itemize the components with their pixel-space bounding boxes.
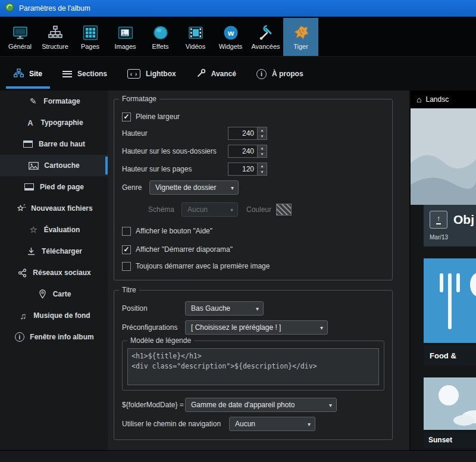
settings-sidebar: ✎ Formatage A Typographie Barre du haut … [0, 90, 108, 450]
preview-food-title: Food & [424, 345, 476, 366]
rating-star-icon: ☆ [28, 224, 39, 235]
spin-up-button[interactable]: ▲ [258, 163, 267, 170]
preview-folder-title: Obj [453, 213, 474, 227]
folder-mod-date-label: ${folderModDate} = [122, 401, 185, 409]
sidebar-item-telecharger[interactable]: Télécharger [0, 241, 108, 262]
tab-lightbox[interactable]: Lightbox [117, 57, 186, 90]
sidebar-item-barre-du-haut[interactable]: Barre du haut [0, 133, 108, 155]
lightbox-icon [127, 69, 140, 79]
preview-sunset-title: Sunset [424, 432, 476, 448]
toujours-demarrer-checkbox[interactable]: ✓ [122, 262, 131, 271]
toolbar-item-label: Structure [42, 43, 68, 50]
demarrer-diaporama-label: Afficher "Démarrer diaporama" [136, 245, 233, 254]
toolbar-item-widgets[interactable]: w Widgets [213, 18, 248, 56]
caret-down-icon: ▾ [230, 207, 233, 213]
toolbar-item-pages[interactable]: Pages [73, 18, 108, 56]
spin-down-button[interactable]: ▼ [258, 152, 267, 158]
hauteur-spinner[interactable]: 240 ▲ ▼ [228, 127, 267, 140]
toolbar-item-structure[interactable]: Structure [37, 18, 73, 56]
preview-tile-sunset[interactable]: Sunset [424, 377, 476, 448]
titlebar: Paramètres de l'album [0, 0, 476, 17]
sidebar-item-carte[interactable]: Carte [0, 283, 108, 305]
tab-avance[interactable]: Avancé [186, 57, 246, 90]
chemin-navigation-row: Utiliser le chemin de navigation Aucun ▾ [122, 417, 384, 431]
sections-list-icon [62, 71, 72, 77]
afficher-aide-checkbox[interactable]: ✓ [122, 227, 131, 236]
caret-down-icon: ▾ [308, 421, 311, 427]
toujours-demarrer-label: Toujours démarrer avec la première image [136, 262, 270, 270]
hauteur-label: Hauteur [122, 129, 228, 138]
spin-down-button[interactable]: ▼ [258, 170, 267, 176]
tab-site[interactable]: Site [4, 57, 52, 90]
genre-value: Vignette de dossier [155, 183, 217, 192]
folder-mod-date-row: ${folderModDate} = Gamme de date d'appar… [122, 398, 384, 412]
pleine-largeur-checkbox[interactable]: ✓ [122, 113, 131, 121]
toolbar-item-general[interactable]: Général [2, 18, 37, 56]
tab-label: Lightbox [146, 70, 176, 78]
sidebar-item-label: Carte [53, 290, 71, 298]
sidebar-item-reseaux-sociaux[interactable]: Réseaux sociaux [0, 262, 108, 283]
legende-textarea[interactable]: <h1>${title}</h1> <div class="descriptio… [127, 348, 379, 385]
sidebar-item-formatage[interactable]: ✎ Formatage [0, 90, 108, 112]
folder-mod-date-select[interactable]: Gamme de date d'appareil photo ▾ [185, 398, 337, 412]
chemin-navigation-select[interactable]: Aucun ▾ [229, 417, 315, 431]
share-icon [17, 269, 28, 277]
sidebar-item-pied-de-page[interactable]: Pied de page [0, 176, 108, 198]
sidebar-item-label: Réseaux sociaux [33, 269, 90, 277]
preconfigurations-select[interactable]: [ Choisissez le préréglage ! ] ▾ [185, 320, 328, 335]
home-icon[interactable]: ⌂ [416, 95, 421, 104]
group-title: Modèle de légende [127, 336, 194, 345]
sidebar-item-musique-de-fond[interactable]: ♫ Musique de fond [0, 305, 108, 326]
hills-image[interactable] [411, 108, 476, 205]
genre-select[interactable]: Vignette de dossier ▾ [149, 180, 239, 195]
sidebar-item-label: Formatage [43, 97, 80, 105]
demarrer-diaporama-checkbox[interactable]: ✓ [122, 245, 131, 254]
demarrer-diaporama-row: ✓ Afficher "Démarrer diaporama" [122, 243, 384, 256]
tab-label: Sections [77, 70, 107, 78]
sidebar-item-label: Fenêtre info album [30, 333, 93, 341]
settings-panel: Formatage ✓ Pleine largeur Hauteur 240 ▲… [108, 90, 409, 450]
position-select[interactable]: Bas Gauche ▾ [185, 301, 264, 316]
preview-folder-caption: ↑ Obj Mar/13 [424, 205, 476, 246]
sidebar-item-nouveaux-fichiers[interactable]: Nouveaux fichiers [0, 198, 108, 219]
pleine-largeur-row: ✓ Pleine largeur [122, 110, 384, 123]
preview-tile-food[interactable]: Food & [424, 258, 476, 366]
spinner-buttons: ▲ ▼ [257, 163, 267, 175]
widgets-icon: w [223, 24, 239, 41]
toolbar-item-images[interactable]: Images [108, 18, 143, 56]
group-title: Titre [119, 286, 139, 294]
toolbar-item-videos[interactable]: Vidéos [178, 18, 213, 56]
tab-label: Avancé [211, 70, 236, 78]
couleur-swatch[interactable] [276, 204, 292, 216]
toolbar-item-label: Général [8, 43, 32, 50]
folder-mod-date-value: Gamme de date d'appareil photo [191, 401, 295, 409]
schema-select[interactable]: Aucun ▾ [181, 202, 238, 217]
spin-down-button[interactable]: ▼ [258, 134, 267, 140]
tab-sections[interactable]: Sections [52, 57, 117, 90]
new-files-star-icon [15, 204, 26, 213]
afficher-aide-row: ✓ Afficher le bouton "Aide" [122, 224, 384, 238]
letter-a-icon: A [24, 118, 36, 127]
sidebar-item-cartouche[interactable]: Cartouche [0, 155, 108, 176]
hauteur-sous-dossiers-row: Hauteur sur les sous-dossiers 240 ▲ ▼ [122, 145, 384, 158]
hauteur-sous-dossiers-spinner[interactable]: 240 ▲ ▼ [228, 145, 267, 158]
hauteur-pages-spinner[interactable]: 120 ▲ ▼ [228, 163, 267, 176]
hauteur-pages-label: Hauteur sur les pages [122, 165, 228, 173]
sidebar-item-typographie[interactable]: A Typographie [0, 112, 108, 133]
caret-down-icon: ▾ [256, 305, 259, 312]
sidebar-item-evaluation[interactable]: ☆ Évaluation [0, 219, 108, 241]
spin-up-button[interactable]: ▲ [258, 145, 267, 152]
toolbar-item-avancees[interactable]: Avancées [248, 18, 283, 56]
tab-a-propos[interactable]: i À propos [246, 57, 314, 90]
tiger-icon [293, 24, 309, 41]
spin-up-button[interactable]: ▲ [258, 127, 267, 134]
preview-header: ⌂ Landsc [411, 90, 476, 108]
toolbar-item-label: Vidéos [186, 43, 205, 50]
map-pin-icon [37, 289, 48, 299]
toolbar-item-effets[interactable]: Effets [143, 18, 178, 56]
folder-up-button[interactable]: ↑ [430, 211, 447, 229]
titre-group: Titre Position Bas Gauche ▾ Préconfigura… [114, 290, 393, 440]
sidebar-item-fenetre-info-album[interactable]: i Fenêtre info album [0, 326, 108, 348]
toolbar-item-tiger[interactable]: Tiger [283, 18, 318, 56]
sidebar-item-label: Évaluation [44, 226, 80, 234]
